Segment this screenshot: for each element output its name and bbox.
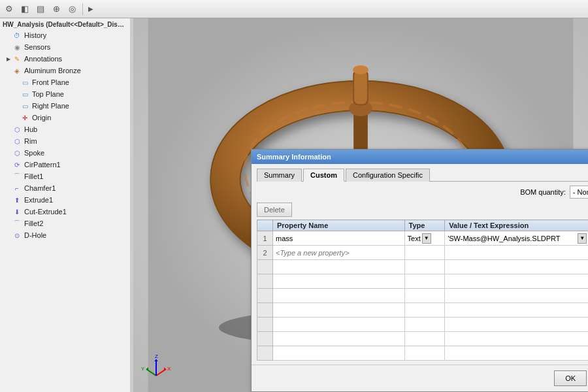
row1-property-name-input[interactable] (276, 235, 402, 242)
tree-item-label-12: Fillet1 (24, 172, 43, 180)
tree-item-label-9: Rim (24, 137, 37, 145)
ok-button[interactable]: OK (554, 370, 587, 386)
dialog-footer: OK Cancel Help (252, 365, 588, 391)
table-row-empty-6 (257, 332, 589, 346)
row1-value[interactable]: ▼ (445, 231, 588, 246)
toolbar-icon-5[interactable]: ◎ (65, 3, 78, 16)
dialog-title: Summary Information (257, 153, 331, 161)
table-row-empty-1 (257, 260, 589, 274)
tree-item-rim[interactable]: ⬡Rim (0, 135, 130, 147)
tree-item-label-15: Cut-Extrude1 (24, 208, 67, 216)
bom-quantity-select[interactable]: - None - (570, 186, 588, 199)
toolbar-more-arrow[interactable]: ▶ (88, 5, 93, 12)
tree-item-right-plane[interactable]: ▭Right Plane (0, 100, 130, 112)
tree-item-hub[interactable]: ⬡Hub (0, 123, 130, 135)
table-row-1: 1 Text ▼ (257, 231, 589, 246)
tree-item-top-plane[interactable]: ▭Top Plane (0, 88, 130, 100)
toolbar-icon-2[interactable]: ◧ (18, 3, 31, 16)
table-row-empty-2 (257, 274, 589, 289)
tree-item-icon-5: ▭ (20, 89, 30, 99)
svg-text:X: X (167, 366, 171, 372)
tab-configuration-specific[interactable]: Configuration Specific (346, 169, 430, 182)
tree-item-label-13: Chamfer1 (24, 184, 56, 192)
delete-button-row: Delete (257, 203, 588, 220)
tree-item-origin[interactable]: ✛Origin (0, 112, 130, 123)
tree-item-icon-3: ◈ (12, 65, 22, 76)
tree-item-d-hole[interactable]: ⊙D-Hole (0, 229, 130, 241)
svg-rect-18 (354, 71, 367, 104)
tree-item-icon-4: ▭ (20, 77, 30, 88)
tree-item-cut-extrude1[interactable]: ⬇Cut-Extrude1 (0, 206, 130, 218)
row2-property-name-input[interactable] (276, 249, 402, 257)
svg-marker-28 (154, 359, 158, 361)
tree-item-aluminum-bronze[interactable]: ◈Aluminum Bronze (0, 65, 130, 76)
dialog-body: Summary Custom Configuration Specific BO… (252, 164, 588, 365)
tree-item-icon-10: ⬡ (12, 148, 22, 158)
tree-item-cirpattern1[interactable]: ⟳CirPattern1 (0, 159, 130, 171)
row1-num: 1 (257, 231, 273, 246)
bom-quantity-label: BOM quantity: (520, 188, 566, 196)
table-row-empty-7 (257, 346, 589, 361)
row2-property-name[interactable] (273, 246, 405, 260)
row2-type (404, 246, 445, 260)
tree-item-icon-11: ⟳ (12, 159, 22, 170)
tree-item-icon-2: ✎ (12, 54, 22, 64)
row1-value-dropdown[interactable]: ▼ (578, 233, 587, 244)
tree-item-icon-6: ▭ (20, 101, 30, 111)
3d-viewport[interactable]: X Y Z Summary Information ─ □ ✕ (133, 18, 588, 392)
tree-item-icon-7: ✛ (20, 112, 30, 123)
summary-information-dialog[interactable]: Summary Information ─ □ ✕ Summary Custom… (251, 149, 588, 392)
tree-item-label-5: Top Plane (32, 90, 64, 98)
row1-property-name[interactable] (273, 231, 405, 246)
tree-item-chamfer1[interactable]: ⌐Chamfer1 (0, 182, 130, 194)
delete-button[interactable]: Delete (257, 203, 292, 217)
tree-item-label-4: Front Plane (32, 78, 69, 86)
tree-item-label-17: D-Hole (24, 231, 46, 239)
toolbar-icon-1[interactable]: ⚙ (3, 3, 16, 16)
col-header-type: Type (404, 220, 445, 231)
tree-item-front-plane[interactable]: ▭Front Plane (0, 76, 130, 88)
table-row-empty-3 (257, 289, 589, 303)
dialog-tabs: Summary Custom Configuration Specific (257, 168, 588, 182)
tree-item-history[interactable]: ⏱History (0, 29, 130, 41)
tree-item-spoke[interactable]: ⬡Spoke (0, 147, 130, 159)
col-header-num (257, 220, 273, 231)
row1-type-text: Text (408, 235, 421, 242)
tree-item-label-16: Fillet2 (24, 220, 43, 227)
tree-expand-arrow-2[interactable]: ▶ (5, 56, 12, 62)
tree-item-icon-0: ⏱ (12, 30, 22, 41)
tab-custom[interactable]: Custom (303, 169, 344, 182)
tree-item-annotations[interactable]: ▶✎Annotations (0, 53, 130, 65)
tree-item-icon-15: ⬇ (12, 206, 22, 217)
axis-indicator: X Y Z (140, 353, 172, 385)
row1-type-dropdown[interactable]: ▼ (422, 233, 431, 244)
toolbar-divider (82, 3, 83, 15)
tree-item-sensors[interactable]: ◉Sensors (0, 41, 130, 53)
col-header-property-name: Property Name (273, 220, 405, 231)
property-table: Property Name Type Value / Text Expressi… (257, 220, 588, 361)
tree-item-icon-17: ⊙ (12, 230, 22, 240)
main-content: HW_Analysis (Default<<Default>_Display ⏱… (0, 18, 588, 392)
tree-item-fillet1[interactable]: ⌒Fillet1 (0, 171, 130, 182)
tree-item-icon-9: ⬡ (12, 136, 22, 146)
tab-summary[interactable]: Summary (257, 169, 302, 182)
tree-item-fillet2[interactable]: ⌒Fillet2 (0, 218, 130, 229)
row1-type[interactable]: Text ▼ (404, 231, 445, 246)
sidebar-title: HW_Analysis (Default<<Default>_Display (0, 20, 130, 29)
tree-item-label-7: Origin (32, 114, 51, 122)
tree-item-label-14: Extrude1 (24, 196, 53, 204)
table-row-2: 2 (257, 246, 589, 260)
row2-num: 2 (257, 246, 273, 260)
table-row-empty-4 (257, 303, 589, 318)
row1-value-input[interactable] (448, 235, 576, 242)
toolbar-icon-3[interactable]: ▤ (34, 3, 47, 16)
tree-item-label-6: Right Plane (32, 102, 69, 110)
tree-item-label-0: History (24, 31, 46, 39)
tree-item-label-2: Annotations (24, 55, 62, 63)
toolbar-icon-4[interactable]: ⊕ (50, 3, 63, 16)
tree-item-icon-14: ⬆ (12, 195, 22, 205)
dialog-titlebar: Summary Information ─ □ ✕ (252, 150, 588, 164)
main-toolbar: ⚙ ◧ ▤ ⊕ ◎ ▶ (0, 0, 588, 18)
tree-item-extrude1[interactable]: ⬆Extrude1 (0, 194, 130, 206)
svg-text:Y: Y (141, 366, 145, 372)
